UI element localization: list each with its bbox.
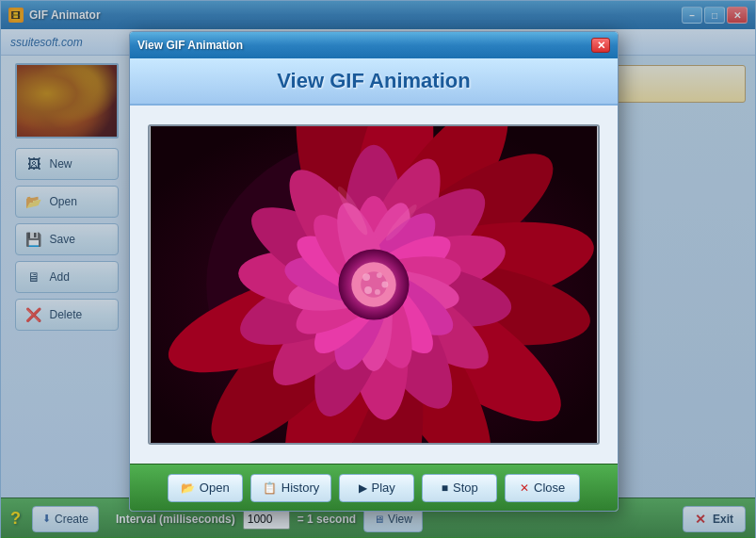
- modal-history-icon: 📋: [263, 481, 277, 495]
- modal-close-icon: ✕: [520, 481, 529, 495]
- modal-header: View GIF Animation: [130, 58, 618, 106]
- modal-play-icon: ▶: [359, 481, 367, 495]
- modal-open-icon: 📂: [181, 481, 195, 495]
- modal-open-label: Open: [200, 481, 230, 495]
- modal-image: [148, 124, 600, 445]
- view-gif-modal: View GIF Animation ✕ View GIF Animation: [129, 31, 619, 512]
- modal-title: View GIF Animation: [137, 39, 591, 52]
- modal-stop-label: Stop: [453, 481, 478, 495]
- svg-point-52: [375, 289, 380, 295]
- modal-title-bar: View GIF Animation ✕: [130, 32, 618, 58]
- modal-image-container: [130, 106, 618, 464]
- modal-play-label: Play: [372, 481, 395, 495]
- modal-close-title-button[interactable]: ✕: [591, 38, 610, 53]
- modal-bottom-bar: 📂 Open 📋 History ▶ Play ■ Stop ✕ Close: [130, 464, 618, 511]
- svg-point-51: [381, 282, 388, 288]
- modal-close-button[interactable]: ✕ Close: [505, 474, 580, 502]
- modal-header-title: View GIF Animation: [277, 69, 470, 93]
- modal-stop-icon: ■: [442, 481, 448, 495]
- modal-stop-button[interactable]: ■ Stop: [422, 474, 497, 502]
- svg-point-53: [364, 286, 372, 294]
- modal-history-button[interactable]: 📋 History: [250, 474, 331, 502]
- modal-close-label: Close: [534, 481, 565, 495]
- modal-open-button[interactable]: 📂 Open: [168, 474, 243, 502]
- modal-history-label: History: [281, 481, 319, 495]
- flower-svg: [150, 126, 598, 443]
- modal-play-button[interactable]: ▶ Play: [339, 474, 414, 502]
- svg-point-49: [362, 273, 370, 281]
- app-window: 🎞 GIF Animator – □ ✕ ssuitesoft.com 🖼 Ne…: [0, 0, 756, 538]
- svg-point-50: [377, 272, 382, 278]
